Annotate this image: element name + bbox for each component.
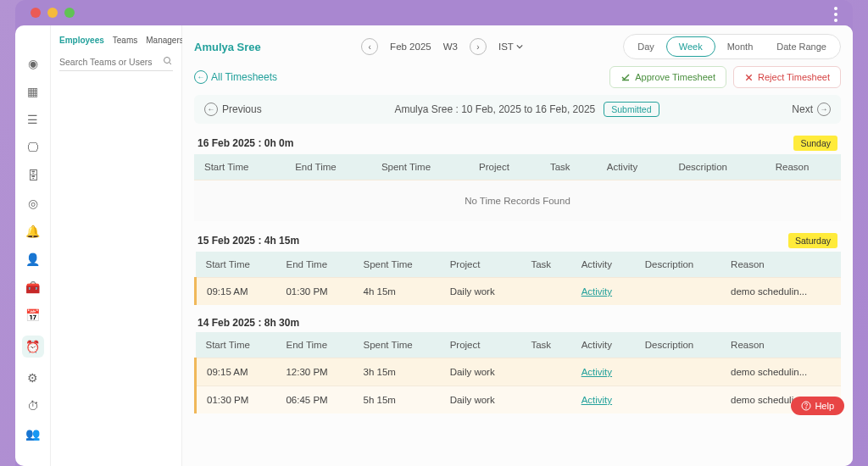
column-header: Spent Time [353, 332, 440, 358]
table-row: 09:15 AM01:30 PM4h 15mDaily workActivity… [196, 278, 842, 306]
next-week-button[interactable]: Next → [792, 103, 831, 116]
target-icon[interactable]: ◎ [25, 196, 41, 211]
column-header: Project [440, 252, 521, 278]
day-badge: Saturday [788, 233, 837, 248]
close-window-icon[interactable] [31, 8, 41, 18]
next-period-button[interactable]: › [470, 38, 487, 55]
grid-icon[interactable]: ▦ [25, 84, 41, 99]
cell-project: Daily work [440, 386, 521, 414]
view-date-range[interactable]: Date Range [765, 37, 838, 56]
column-header: Start Time [196, 332, 276, 358]
column-header: Description [635, 332, 721, 358]
dashboard-icon[interactable]: ◉ [25, 56, 41, 71]
search-icon[interactable] [163, 56, 173, 66]
cell-project: Daily work [440, 358, 521, 386]
titlebar [15, 0, 853, 25]
back-arrow-icon: ← [194, 70, 208, 84]
view-month[interactable]: Month [715, 37, 765, 56]
column-header: End Time [285, 154, 371, 180]
chevron-left-icon: ← [204, 103, 218, 116]
activity-link[interactable]: Activity [581, 367, 612, 377]
monitor-icon[interactable]: 🖵 [25, 140, 41, 155]
sidebar-tabs: EmployeesTeamsManagers [59, 36, 173, 45]
table-row: 09:15 AM12:30 PM3h 15mDaily workActivity… [196, 358, 842, 386]
view-day[interactable]: Day [626, 37, 666, 56]
day-section: 14 Feb 2025 : 8h 30mStart TimeEnd TimeSp… [194, 313, 841, 413]
column-header: Task [540, 154, 597, 180]
cell-start: 01:30 PM [196, 386, 276, 414]
period-label: Feb 2025 [390, 42, 431, 52]
cell-start: 09:15 AM [196, 278, 276, 306]
toolbox-icon[interactable]: 🧰 [25, 280, 41, 295]
activity-link[interactable]: Activity [581, 395, 612, 405]
cell-end: 12:30 PM [275, 358, 353, 386]
icon-rail: ◉▦☰🖵🗄◎🔔👤🧰📅⏰⚙⏱👥 [15, 25, 51, 466]
calendar-icon[interactable]: 📅 [25, 308, 41, 323]
cell-desc [635, 278, 721, 306]
timezone-selector[interactable]: IST [498, 42, 523, 52]
svg-point-6 [806, 408, 807, 408]
main-content: Amulya Sree ‹ Feb 2025 W3 › IST DayWeekM… [182, 25, 853, 466]
cell-reason: demo schedulin... [721, 278, 841, 306]
kebab-menu-icon[interactable] [834, 7, 837, 22]
user-icon[interactable]: 👤 [25, 252, 41, 267]
day-section: 15 Feb 2025 : 4h 15mSaturdayStart TimeEn… [194, 230, 841, 305]
cell-task [520, 386, 570, 414]
sidebar-tab-managers[interactable]: Managers [146, 36, 183, 45]
cell-end: 06:45 PM [275, 386, 353, 414]
minimize-window-icon[interactable] [47, 8, 58, 18]
sidebar: EmployeesTeamsManagers [51, 25, 182, 466]
prev-period-button[interactable]: ‹ [361, 38, 378, 55]
day-title: 16 Feb 2025 : 0h 0m [198, 137, 293, 149]
view-week[interactable]: Week [666, 36, 715, 57]
cell-spent: 5h 15m [353, 386, 440, 414]
bell-icon[interactable]: 🔔 [25, 224, 41, 239]
stack-icon[interactable]: ☰ [25, 112, 41, 127]
column-header: Activity [571, 252, 635, 278]
cell-reason: demo schedulin... [721, 358, 841, 386]
table-row: 01:30 PM06:45 PM5h 15mDaily workActivity… [196, 386, 842, 414]
cell-project: Daily work [440, 278, 521, 306]
cell-task [520, 278, 570, 306]
svg-point-0 [164, 58, 170, 64]
clock-icon[interactable]: ⏰ [22, 336, 44, 358]
view-switch: DayWeekMonthDate Range [623, 34, 841, 59]
column-header: Project [469, 154, 540, 180]
cell-end: 01:30 PM [275, 278, 353, 306]
back-all-timesheets[interactable]: ← All Timesheets [194, 70, 277, 84]
briefcase-icon[interactable]: 🗄 [25, 168, 41, 183]
day-badge: Sunday [793, 136, 837, 151]
help-button[interactable]: Help [791, 397, 844, 415]
column-header: Reason [721, 332, 841, 358]
day-section: 16 Feb 2025 : 0h 0mSundayStart TimeEnd T… [194, 132, 841, 221]
cell-start: 09:15 AM [196, 358, 276, 386]
cell-desc [635, 358, 721, 386]
people-icon[interactable]: 👥 [25, 426, 41, 441]
cell-spent: 4h 15m [353, 278, 440, 306]
column-header: Description [668, 154, 765, 180]
sidebar-tab-employees[interactable]: Employees [59, 36, 104, 45]
column-header: Start Time [196, 252, 276, 278]
week-label: W3 [443, 42, 458, 52]
column-header: Activity [597, 154, 669, 180]
maximize-window-icon[interactable] [64, 8, 75, 18]
cell-desc [635, 386, 721, 414]
gauge-icon[interactable]: ⚙ [25, 370, 41, 386]
approve-timesheet-button[interactable]: Approve Timesheet [609, 66, 726, 88]
reject-timesheet-button[interactable]: Reject Timesheet [733, 66, 841, 88]
employee-name: Amulya Sree [194, 41, 261, 53]
column-header: Activity [571, 332, 635, 358]
day-title: 15 Feb 2025 : 4h 15m [198, 235, 299, 247]
search-input[interactable] [59, 53, 173, 71]
sidebar-tab-teams[interactable]: Teams [113, 36, 137, 45]
status-badge: Submitted [604, 102, 659, 117]
svg-line-1 [170, 63, 172, 65]
column-header: Reason [765, 154, 841, 180]
column-header: Task [520, 332, 570, 358]
activity-link[interactable]: Activity [581, 286, 612, 297]
cell-spent: 3h 15m [353, 358, 440, 386]
prev-week-button[interactable]: ← Previous [204, 103, 262, 116]
stopwatch-icon[interactable]: ⏱ [25, 398, 41, 413]
column-header: Task [520, 252, 570, 278]
column-header: Start Time [194, 154, 285, 180]
